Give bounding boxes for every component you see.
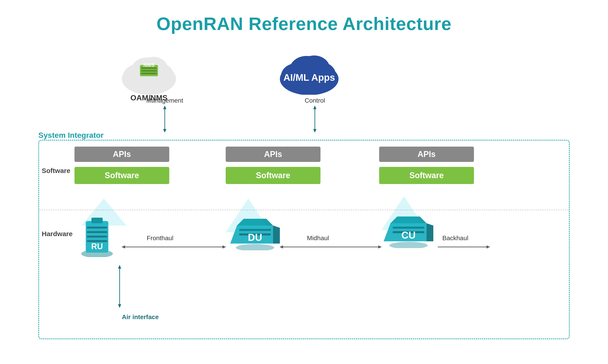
software-section-label: Software	[42, 167, 70, 175]
management-arrow: Management	[146, 97, 183, 133]
cu-light-beam	[381, 196, 427, 230]
svg-marker-17	[163, 105, 166, 109]
aiml-cloud: AI/ML Apps AI/ML Apps	[275, 50, 343, 102]
svg-rect-28	[87, 236, 107, 237]
svg-text:RU: RU	[91, 242, 103, 251]
svg-marker-22	[81, 198, 126, 225]
svg-text:CU: CU	[401, 230, 416, 241]
control-arrow-svg	[311, 105, 318, 133]
ru-light-beam	[81, 198, 126, 225]
svg-marker-35	[273, 225, 280, 244]
svg-point-32	[236, 244, 274, 250]
oam-cloud-icon: NMS	[117, 50, 181, 95]
du-light-beam	[226, 198, 271, 232]
svg-marker-54	[486, 245, 490, 248]
fronthaul-arrow	[120, 242, 228, 251]
svg-marker-52	[378, 245, 381, 248]
svg-marker-51	[280, 245, 283, 248]
svg-marker-49	[223, 245, 226, 248]
cu-software-bar: Software	[379, 167, 474, 184]
svg-marker-31	[226, 198, 271, 232]
svg-marker-48	[122, 245, 125, 248]
page-title: OpenRAN Reference Architecture	[0, 0, 608, 34]
svg-marker-20	[313, 105, 316, 109]
ru-software-bar: Software	[74, 167, 169, 184]
page: OpenRAN Reference Architecture NMS OAM/N…	[0, 0, 608, 364]
hardware-section-label: Hardware	[42, 230, 73, 238]
svg-rect-8	[141, 73, 157, 74]
svg-point-40	[389, 242, 428, 248]
svg-marker-39	[381, 196, 427, 230]
backhaul-label: Backhaul	[442, 234, 468, 242]
svg-marker-18	[163, 129, 166, 133]
air-interface-label: Air interface	[122, 313, 159, 321]
ru-apis-bar: APIs	[74, 147, 169, 162]
cu-device: CU	[384, 212, 433, 249]
du-apis-bar: APIs	[226, 147, 321, 162]
du-device: DU	[230, 214, 280, 251]
midhaul-arrow	[278, 242, 384, 251]
svg-marker-57	[118, 304, 121, 308]
cu-apis-bar: APIs	[379, 147, 474, 162]
aiml-cloud-icon: AI/ML Apps	[275, 50, 343, 95]
svg-text:DU: DU	[248, 232, 262, 243]
oam-cloud: NMS OAM/NMS	[117, 50, 181, 102]
control-arrow: Control	[305, 97, 325, 133]
ru-device: RU	[79, 212, 115, 258]
svg-rect-7	[141, 70, 157, 72]
svg-text:AI/ML Apps: AI/ML Apps	[284, 72, 335, 83]
midhaul-label: Midhaul	[307, 234, 329, 242]
control-label: Control	[305, 97, 325, 104]
svg-text:NMS: NMS	[144, 62, 155, 68]
svg-rect-27	[87, 231, 107, 233]
system-integrator-label: System Integrator	[38, 131, 104, 140]
management-label: Management	[146, 97, 183, 104]
svg-marker-56	[118, 265, 121, 269]
backhaul-arrow	[436, 242, 492, 251]
du-software-bar: Software	[226, 167, 321, 184]
svg-marker-43	[427, 223, 433, 241]
svg-rect-26	[87, 227, 107, 228]
air-interface-arrow	[115, 264, 124, 309]
svg-marker-21	[313, 129, 316, 133]
fronthaul-label: Fronthaul	[147, 234, 173, 242]
management-arrow-svg	[161, 105, 168, 133]
